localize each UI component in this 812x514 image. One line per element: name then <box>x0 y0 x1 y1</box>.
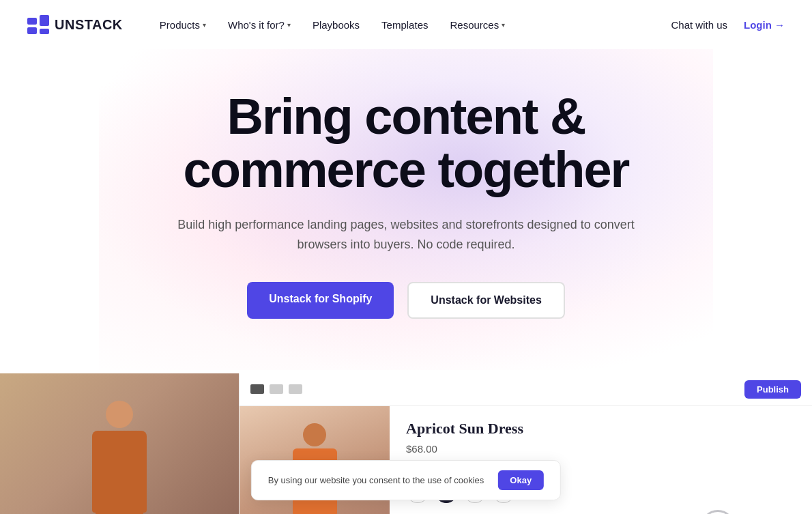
svg-rect-3 <box>40 29 49 34</box>
person-body <box>92 431 147 513</box>
product-name: Apricot Sun Dress <box>406 420 796 438</box>
revain-icon: R <box>701 510 735 514</box>
websites-button[interactable]: Unstack for Websites <box>407 282 564 319</box>
person-head <box>106 401 133 428</box>
logo-text: UNSTACK <box>55 17 123 33</box>
hero-title: Bring content & commerce together <box>133 90 679 196</box>
person-silhouette <box>78 401 160 514</box>
chevron-down-icon: ▾ <box>203 21 206 29</box>
nav-products[interactable]: Products ▾ <box>150 14 216 36</box>
hero-content: Bring content & commerce together Build … <box>27 90 785 319</box>
product-price: $68.00 <box>406 443 796 455</box>
svg-rect-0 <box>27 18 37 25</box>
svg-rect-1 <box>27 27 37 34</box>
hero-subtitle: Build high performance landing pages, we… <box>174 215 638 255</box>
chevron-down-icon: ▾ <box>502 21 505 29</box>
mobile-icon <box>289 384 302 394</box>
nav-playbooks[interactable]: Playbooks <box>303 14 369 36</box>
tablet-icon <box>270 384 283 394</box>
fashion-photo-left <box>0 373 239 514</box>
chat-link[interactable]: Chat with us <box>671 19 727 31</box>
logo-icon <box>27 15 49 34</box>
logo[interactable]: UNSTACK <box>27 15 123 34</box>
login-link[interactable]: Login → <box>744 19 785 31</box>
nav-right: Chat with us Login → <box>671 19 785 31</box>
shopify-button[interactable]: Unstack for Shopify <box>247 282 394 319</box>
editor-toolbar: Publish <box>240 373 812 406</box>
revain-watermark: R Revain <box>701 510 798 514</box>
publish-button[interactable]: Publish <box>744 380 801 399</box>
cookie-text: By using our website you consent to the … <box>268 475 484 485</box>
cookie-ok-button[interactable]: Okay <box>497 470 544 490</box>
pp-head <box>303 423 326 446</box>
photo-figure <box>0 373 239 514</box>
hero-buttons: Unstack for Shopify Unstack for Websites <box>27 282 785 319</box>
cookie-banner: By using our website you consent to the … <box>251 460 561 500</box>
svg-rect-2 <box>40 15 49 26</box>
nav-whos-it-for[interactable]: Who's it for? ▾ <box>218 14 300 36</box>
monitor-icon <box>250 384 264 394</box>
chevron-down-icon: ▾ <box>287 21 291 29</box>
nav-templates[interactable]: Templates <box>372 14 437 36</box>
nav-resources[interactable]: Resources ▾ <box>440 14 514 36</box>
hero-section: Bring content & commerce together Build … <box>0 49 812 373</box>
nav-links: Products ▾ Who's it for? ▾ Playbooks Tem… <box>150 14 671 36</box>
navbar: UNSTACK Products ▾ Who's it for? ▾ Playb… <box>0 0 812 49</box>
